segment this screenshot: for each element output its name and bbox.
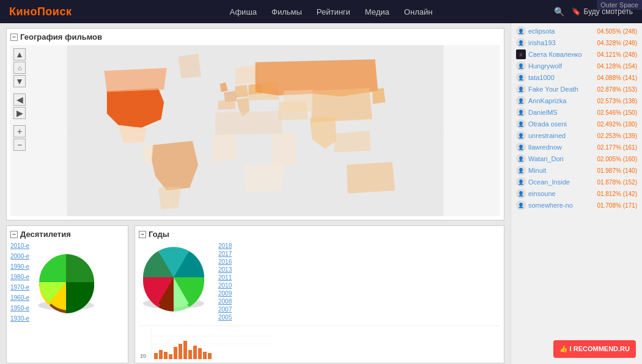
year-2007[interactable]: 2007 [218,306,232,313]
user-name-link[interactable]: Fake Your Death [528,86,594,93]
user-row: 👤DanielMS02.546% (150) [516,107,637,117]
year-2018[interactable]: 2018 [218,242,232,249]
decades-header: – Десятилетия [10,230,124,239]
decades-pie-chart [34,250,98,315]
user-name-link[interactable]: Света Коваленко [528,51,594,58]
map-left-btn[interactable]: ◀ [13,93,26,106]
nav-reitingi[interactable]: Рейтинги [317,7,350,16]
nav-media[interactable]: Медиа [365,7,389,16]
year-2016[interactable]: 2016 [218,258,232,265]
svg-rect-12 [154,353,158,359]
decades-section: – Десятилетия 2010-е 2000-е 1990-е 1980-… [6,225,128,363]
years-chart-area: 2018 2017 2016 2013 2011 2010 2009 2008 … [139,242,500,321]
user-row: 👤Otrada oseni02.492% (180) [516,119,637,129]
right-panel: 👤eclipsota04.505% (248)👤irisha19304.328%… [511,23,642,364]
nav-onlain[interactable]: Онлайн [404,7,433,16]
map-toggle[interactable]: – [10,34,18,41]
user-row: КСвета Коваленко04.121% (248) [516,49,637,59]
user-name-link[interactable]: Hungrywolf [528,62,594,70]
decades-toggle[interactable]: – [10,231,18,238]
user-name-link[interactable]: irisha193 [528,39,594,46]
recommend-text: I RECOMMEND.RU [570,345,630,352]
user-row: 👤Watari_Dori02.005% (160) [516,154,637,164]
map-up-btn[interactable]: ▲ [13,48,26,60]
years-toggle[interactable]: – [139,231,146,238]
map-container: ▲ ⌂ ▼ ◀ ▶ + − [10,45,500,216]
outer-space-badge: Outer Space [597,0,642,10]
decade-1930[interactable]: 1930-е [10,315,29,322]
user-avatar: 👤 [516,189,526,198]
decade-1980[interactable]: 1980-е [10,274,29,280]
year-2009[interactable]: 2009 [218,290,232,297]
main-container: – География фильмов ▲ ⌂ ▼ ◀ ▶ + − [0,23,642,364]
user-stat: 01.987% (140) [597,167,637,174]
user-name-link[interactable]: Otrada oseni [528,120,594,128]
svg-rect-18 [183,341,187,359]
map-down-btn[interactable]: ▼ [13,75,26,87]
user-row: 👤eclipsota04.505% (248) [516,26,637,36]
user-avatar: 👤 [516,154,526,164]
user-row: 👤Hungrywolf04.128% (154) [516,61,637,71]
user-avatar: 👤 [516,73,526,82]
user-stat: 02.492% (180) [597,121,637,128]
decade-1990[interactable]: 1990-е [10,263,29,270]
recommend-badge[interactable]: 👍 I RECOMMEND.RU [553,340,636,358]
year-2008[interactable]: 2008 [218,298,232,305]
user-name-link[interactable]: Ocean_Inside [528,178,594,186]
nav-afisha[interactable]: Афиша [230,7,257,16]
user-name-link[interactable]: Watari_Dori [528,155,594,162]
year-2010[interactable]: 2010 [218,282,232,289]
svg-rect-16 [174,347,177,359]
user-row: 👤Minuit01.987% (140) [516,166,637,175]
svg-rect-20 [193,346,197,359]
user-name-link[interactable]: Minuit [528,167,594,174]
user-name-link[interactable]: tata1000 [528,74,594,81]
user-row: 👤llawrednow02.177% (161) [516,142,637,152]
user-avatar: 👤 [516,119,526,129]
decade-1950[interactable]: 1950-е [10,305,29,311]
decade-2000[interactable]: 2000-е [10,253,29,260]
year-2005[interactable]: 2005 [218,314,232,321]
user-name-link[interactable]: eclipsota [528,27,594,35]
user-stat: 01.708% (171) [597,202,637,209]
user-name-link[interactable]: AnnKaprizka [528,97,594,104]
decades-title: Десятилетия [20,230,71,239]
user-name-link[interactable]: somewhere-no [528,202,594,209]
user-row: 👤Fake Your Death02.878% (153) [516,84,637,94]
user-stat: 01.878% (152) [597,179,637,186]
map-controls: ▲ ⌂ ▼ ◀ ▶ + − [13,48,26,151]
map-right-btn[interactable]: ▶ [13,107,26,119]
site-logo[interactable]: КиноПоиск [9,5,72,18]
user-avatar: 👤 [516,84,526,94]
user-name-link[interactable]: einsoune [528,190,594,197]
user-stat: 04.121% (248) [597,51,637,58]
years-header: – Годы [139,230,500,239]
map-zoom-in-btn[interactable]: + [13,125,26,137]
user-row: 👤somewhere-no01.708% (171) [516,200,637,210]
user-avatar: 👤 [516,96,526,106]
year-2017[interactable]: 2017 [218,250,232,257]
bar-chart-svg [151,329,273,359]
map-zoom-out-btn[interactable]: − [13,139,26,151]
map-home-btn[interactable]: ⌂ [13,62,26,74]
year-2013[interactable]: 2013 [218,266,232,273]
svg-rect-13 [159,350,163,359]
year-2011[interactable]: 2011 [218,274,232,281]
left-panel: – География фильмов ▲ ⌂ ▼ ◀ ▶ + − [0,23,511,364]
decade-1960[interactable]: 1960-е [10,294,29,301]
user-avatar: 👤 [516,61,526,71]
user-name-link[interactable]: unrestrained [528,132,594,139]
user-row: 👤AnnKaprizka02.573% (138) [516,96,637,106]
nav-filmy[interactable]: Фильмы [271,7,302,16]
user-row: 👤tata100004.088% (141) [516,73,637,82]
user-name-link[interactable]: llawrednow [528,144,594,151]
user-name-link[interactable]: DanielMS [528,109,594,116]
user-stat: 04.088% (141) [597,75,637,81]
user-list: 👤eclipsota04.505% (248)👤irisha19304.328%… [516,26,637,210]
user-stat: 02.005% (160) [597,156,637,162]
svg-rect-22 [203,352,207,359]
search-icon[interactable]: 🔍 [554,7,564,16]
svg-rect-23 [208,353,212,359]
decade-2010[interactable]: 2010-е [10,242,29,249]
decade-1970[interactable]: 1970-е [10,284,29,291]
